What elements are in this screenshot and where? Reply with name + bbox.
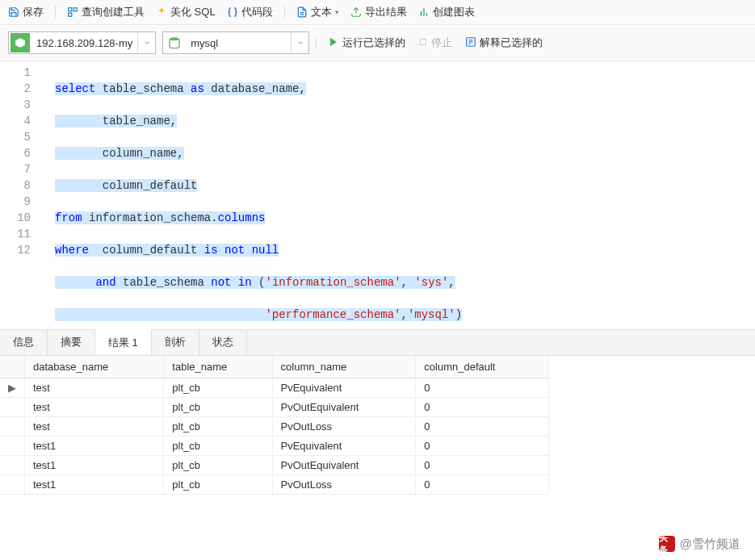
cell-database-name[interactable]: test1: [25, 437, 164, 456]
line-number: 7: [3, 161, 42, 178]
line-number: 6: [3, 145, 42, 161]
cell-column-default[interactable]: 0: [416, 475, 549, 495]
sparkle-icon: [156, 6, 167, 18]
cell-column-name[interactable]: PvOutLoss: [272, 417, 416, 437]
svg-rect-2: [69, 13, 72, 16]
cell-column-name[interactable]: PvOutLoss: [272, 475, 416, 495]
line-number: 9: [3, 194, 42, 210]
sql-editor[interactable]: 1 2 3 4 5 6 7 8 9 10 11 12 select table_…: [0, 61, 755, 329]
export-icon: [350, 6, 362, 18]
svg-rect-1: [73, 8, 77, 11]
cell-column-name[interactable]: PvEquivalent: [272, 378, 416, 398]
connection-combo[interactable]: 192.168.209.128-my: [8, 31, 156, 54]
cell-database-name[interactable]: test: [25, 417, 164, 437]
column-header[interactable]: column_name: [272, 356, 416, 378]
query-builder-button[interactable]: 查询创建工具: [67, 5, 145, 19]
document-icon: [296, 6, 308, 18]
controls-row: 192.168.209.128-my mysql 运行已选择的 停止 解释已选择…: [0, 25, 755, 61]
cell-column-default[interactable]: 0: [416, 437, 549, 456]
explain-button[interactable]: 解释已选择的: [465, 36, 543, 50]
table-row[interactable]: test1plt_cbPvOutEquivalent0: [0, 456, 549, 475]
cell-table-name[interactable]: plt_cb: [164, 475, 272, 495]
table-row[interactable]: testplt_cbPvOutLoss0: [0, 417, 549, 437]
database-value: mysql: [186, 37, 291, 49]
cell-database-name[interactable]: test1: [25, 475, 164, 495]
svg-point-9: [170, 37, 179, 40]
tab-profile[interactable]: 剖析: [152, 330, 199, 355]
cell-column-name[interactable]: PvOutEquivalent: [272, 456, 416, 475]
row-marker: [0, 475, 25, 495]
line-number: 11: [3, 226, 42, 242]
cell-column-name[interactable]: PvEquivalent: [272, 437, 416, 456]
editor-code[interactable]: select table_schema as database_name, ta…: [48, 61, 468, 329]
query-builder-icon: [67, 6, 78, 18]
chevron-down-icon[interactable]: [291, 32, 308, 53]
results-table[interactable]: database_name table_name column_name col…: [0, 356, 549, 495]
snippet-label: 代码段: [241, 5, 273, 19]
cell-column-name[interactable]: PvOutEquivalent: [272, 398, 416, 417]
row-marker: [0, 417, 25, 437]
cell-database-name[interactable]: test: [25, 398, 164, 417]
code-icon: [227, 6, 238, 18]
line-number: 3: [3, 97, 42, 113]
cell-table-name[interactable]: plt_cb: [164, 398, 272, 417]
cell-table-name[interactable]: plt_cb: [164, 417, 272, 437]
column-header[interactable]: column_default: [416, 356, 549, 378]
column-header[interactable]: database_name: [25, 356, 164, 378]
line-number: 4: [3, 113, 42, 129]
table-row[interactable]: test1plt_cbPvOutLoss0: [0, 475, 549, 495]
table-header-row: database_name table_name column_name col…: [0, 356, 549, 378]
line-number: 10: [3, 210, 42, 226]
main-toolbar: 保存 查询创建工具 美化 SQL 代码段 文本 ▾ 导出结果: [0, 0, 755, 25]
result-tabs: 信息 摘要 结果 1 剖析 状态: [0, 329, 755, 356]
chevron-down-icon[interactable]: [137, 32, 155, 53]
cell-column-default[interactable]: 0: [416, 398, 549, 417]
column-header[interactable]: table_name: [164, 356, 272, 378]
run-button[interactable]: 运行已选择的: [328, 36, 405, 50]
separator: [284, 6, 285, 19]
line-number: 8: [3, 178, 42, 194]
cell-column-default[interactable]: 0: [416, 378, 549, 398]
cell-table-name[interactable]: plt_cb: [164, 378, 272, 398]
cell-database-name[interactable]: test1: [25, 456, 164, 475]
cell-database-name[interactable]: test: [25, 378, 164, 398]
cell-table-name[interactable]: plt_cb: [164, 456, 272, 475]
table-row[interactable]: ▶testplt_cbPvEquivalent0: [0, 378, 549, 398]
row-marker: [0, 398, 25, 417]
save-label: 保存: [23, 5, 44, 19]
results-grid: database_name table_name column_name col…: [0, 356, 549, 495]
database-icon: [165, 33, 184, 52]
cell-column-default[interactable]: 0: [416, 417, 549, 437]
save-button[interactable]: 保存: [8, 5, 44, 19]
database-combo[interactable]: mysql: [162, 31, 309, 54]
line-number: 5: [3, 129, 42, 145]
table-row[interactable]: testplt_cbPvOutEquivalent0: [0, 398, 549, 417]
tab-info[interactable]: 信息: [0, 330, 48, 355]
row-marker-header: [0, 356, 25, 378]
tab-result[interactable]: 结果 1: [95, 329, 152, 355]
connection-icon: [10, 33, 30, 52]
chart-button[interactable]: 创建图表: [418, 5, 475, 19]
export-button[interactable]: 导出结果: [350, 5, 407, 19]
cell-column-default[interactable]: 0: [416, 456, 549, 475]
svg-rect-11: [421, 39, 426, 44]
watermark: 头条 @雪竹频道: [659, 536, 740, 552]
run-label: 运行已选择的: [342, 36, 405, 50]
query-builder-label: 查询创建工具: [82, 5, 145, 19]
tab-status[interactable]: 状态: [199, 330, 247, 355]
table-row[interactable]: test1plt_cbPvEquivalent0: [0, 437, 549, 456]
tab-summary[interactable]: 摘要: [48, 330, 95, 355]
row-marker: [0, 437, 25, 456]
separator: [55, 6, 56, 19]
svg-marker-10: [330, 37, 337, 46]
text-label: 文本: [311, 5, 332, 19]
chart-icon: [418, 6, 430, 18]
line-number: 1: [3, 65, 42, 81]
save-icon: [8, 6, 19, 18]
beautify-button[interactable]: 美化 SQL: [156, 5, 216, 19]
snippet-button[interactable]: 代码段: [227, 5, 273, 19]
text-button[interactable]: 文本 ▾: [296, 5, 339, 19]
chart-label: 创建图表: [433, 5, 475, 19]
cell-table-name[interactable]: plt_cb: [164, 437, 272, 456]
beautify-label: 美化 SQL: [170, 5, 216, 19]
